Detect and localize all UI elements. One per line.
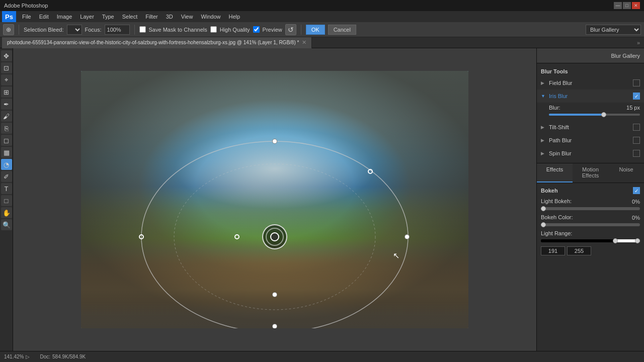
bokeh-check[interactable]: ✓ bbox=[633, 187, 640, 194]
maximize-button[interactable]: □ bbox=[623, 2, 631, 9]
blur-slider-track[interactable] bbox=[549, 114, 640, 116]
blur-gallery-header: Blur Gallery bbox=[537, 48, 644, 63]
blur-outer-ring bbox=[262, 224, 287, 249]
blur-middle-ring bbox=[266, 228, 284, 246]
tab-expand[interactable]: » bbox=[635, 40, 642, 46]
menu-file[interactable]: File bbox=[18, 13, 35, 21]
eraser-tool[interactable]: ◻ bbox=[1, 135, 12, 146]
document-tab[interactable]: photodune-6559134-panoramic-view-of-the-… bbox=[2, 37, 312, 48]
zoom-status: 141.42% ▷ bbox=[4, 354, 30, 359]
ctrl-right[interactable] bbox=[405, 234, 410, 239]
high-quality-label[interactable]: High Quality bbox=[210, 26, 250, 33]
minimize-button[interactable]: — bbox=[614, 2, 622, 9]
ctrl-bottom[interactable] bbox=[272, 324, 277, 328]
reset-icon[interactable]: ↺ bbox=[285, 24, 296, 35]
spin-blur-check[interactable] bbox=[633, 150, 640, 157]
effects-tab-effects[interactable]: Effects bbox=[537, 163, 573, 183]
zoom-icon[interactable]: ▷ bbox=[26, 354, 30, 359]
main-layout: ✥ ⊡ ⌖ ⊞ ✒ 🖌 ⎘ ◻ ▦ ◔ ✐ T □ ✋ 🔍 bbox=[0, 48, 644, 351]
light-bokeh-slider[interactable] bbox=[541, 207, 640, 210]
light-range-max-input[interactable] bbox=[567, 246, 591, 255]
blur-gallery-select[interactable]: Blur Gallery bbox=[586, 25, 641, 35]
crop-tool[interactable]: ⊞ bbox=[1, 86, 12, 98]
ctrl-left[interactable] bbox=[139, 234, 144, 239]
menu-edit[interactable]: Edit bbox=[35, 13, 53, 21]
menu-view[interactable]: View bbox=[177, 13, 197, 21]
lasso-tool[interactable]: ⌖ bbox=[1, 74, 12, 85]
menu-layer[interactable]: Layer bbox=[76, 13, 98, 21]
ctrl-top[interactable] bbox=[272, 139, 277, 144]
preview-label[interactable]: Preview bbox=[253, 26, 282, 33]
options-toolbar: ⊕ Selection Bleed: Focus: Save Mask to C… bbox=[0, 22, 644, 37]
tilt-shift-item[interactable]: ▶ Tilt-Shift bbox=[537, 121, 644, 134]
path-blur-item[interactable]: ▶ Path Blur bbox=[537, 134, 644, 147]
hand-tool[interactable]: ✋ bbox=[1, 207, 12, 218]
selection-bleed-select[interactable] bbox=[67, 25, 82, 35]
pen-tool[interactable]: ✐ bbox=[1, 171, 12, 182]
separator3 bbox=[301, 25, 301, 35]
window-controls[interactable]: — □ ✕ bbox=[614, 2, 640, 9]
zoom-value: 141.42% bbox=[4, 354, 24, 359]
menu-type[interactable]: Type bbox=[98, 13, 118, 21]
field-blur-item[interactable]: ▶ Field Blur bbox=[537, 76, 644, 89]
bokeh-color-slider[interactable] bbox=[541, 223, 640, 226]
light-range-track[interactable] bbox=[541, 239, 640, 242]
save-mask-label[interactable]: Save Mask to Channels bbox=[139, 26, 207, 33]
close-button[interactable]: ✕ bbox=[632, 2, 640, 9]
ps-logo: Ps bbox=[2, 11, 16, 22]
menu-filter[interactable]: Filter bbox=[141, 13, 162, 21]
bokeh-color-thumb[interactable] bbox=[541, 222, 546, 227]
menu-window[interactable]: Window bbox=[197, 13, 224, 21]
castle-overlay bbox=[81, 71, 468, 328]
effects-section: Effects Motion Effects Noise Bokeh ✓ Lig… bbox=[537, 163, 644, 351]
menu-select[interactable]: Select bbox=[118, 13, 142, 21]
path-blur-check[interactable] bbox=[633, 137, 640, 144]
gradient-tool[interactable]: ▦ bbox=[1, 147, 12, 158]
clone-tool[interactable]: ⎘ bbox=[1, 123, 12, 134]
select-tool[interactable]: ⊡ bbox=[1, 62, 12, 73]
tab-close[interactable]: ✕ bbox=[302, 39, 306, 46]
blur-setting-row: Blur: 15 px bbox=[549, 105, 640, 111]
path-blur-name: Path Blur bbox=[549, 137, 630, 143]
blur-label: Blur: bbox=[549, 105, 620, 111]
eyedropper-tool[interactable]: ✒ bbox=[1, 99, 12, 110]
preview-checkbox[interactable] bbox=[253, 26, 260, 33]
blur-slider-thumb[interactable] bbox=[601, 112, 606, 117]
cancel-button[interactable]: Cancel bbox=[328, 25, 356, 35]
range-values bbox=[541, 246, 640, 255]
iris-blur-check[interactable]: ✓ bbox=[633, 93, 640, 100]
field-blur-check[interactable] bbox=[633, 79, 640, 86]
tool-icon[interactable]: ⊕ bbox=[3, 24, 14, 35]
iris-blur-item[interactable]: ▼ Iris Blur ✓ bbox=[537, 89, 644, 103]
focus-input[interactable] bbox=[105, 25, 130, 35]
light-bokeh-label: Light Bokeh: bbox=[541, 198, 572, 204]
effects-tab-noise[interactable]: Noise bbox=[608, 163, 644, 183]
spin-blur-item[interactable]: ▶ Spin Blur bbox=[537, 147, 644, 160]
canvas-area[interactable]: ↖ bbox=[13, 48, 536, 351]
ctrl-left-secondary[interactable] bbox=[234, 234, 239, 239]
blur-tool[interactable]: ◔ bbox=[1, 159, 12, 170]
ctrl-top-right[interactable] bbox=[368, 169, 373, 174]
brush-tool[interactable]: 🖌 bbox=[1, 111, 12, 122]
zoom-tool[interactable]: 🔍 bbox=[1, 219, 12, 230]
type-tool[interactable]: T bbox=[1, 183, 12, 194]
high-quality-checkbox[interactable] bbox=[210, 26, 217, 33]
menu-help[interactable]: Help bbox=[225, 13, 245, 21]
menu-3d[interactable]: 3D bbox=[162, 13, 177, 21]
blur-tools-header: Blur Tools bbox=[537, 66, 644, 76]
shape-tool[interactable]: □ bbox=[1, 195, 12, 206]
ok-button[interactable]: OK bbox=[306, 25, 325, 35]
bokeh-color-row: Bokeh Color: 0% bbox=[541, 214, 640, 221]
effects-tab-motion[interactable]: Motion Effects bbox=[573, 163, 608, 183]
light-range-left-thumb[interactable] bbox=[613, 238, 618, 243]
ctrl-bottom-inner[interactable] bbox=[272, 292, 277, 297]
tilt-shift-check[interactable] bbox=[633, 124, 640, 131]
light-bokeh-thumb[interactable] bbox=[541, 206, 546, 211]
blur-center-widget[interactable] bbox=[262, 224, 287, 249]
move-tool[interactable]: ✥ bbox=[1, 50, 12, 61]
light-range-min-input[interactable] bbox=[541, 246, 565, 255]
iris-blur-arrow: ▼ bbox=[541, 94, 546, 99]
menu-image[interactable]: Image bbox=[53, 13, 76, 21]
light-range-right-thumb[interactable] bbox=[635, 238, 640, 243]
save-mask-checkbox[interactable] bbox=[139, 26, 146, 33]
